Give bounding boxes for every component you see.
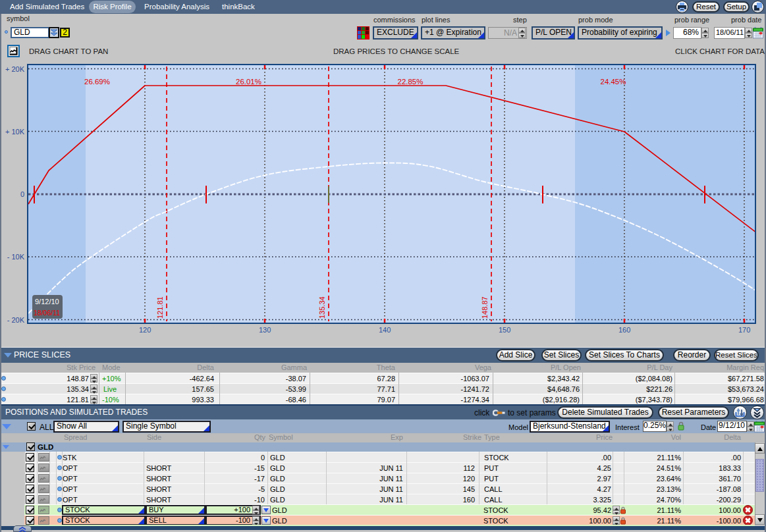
svg-text:135.34: 135.34: [318, 296, 326, 319]
svg-text:24.45%: 24.45%: [600, 78, 626, 86]
svg-text:22.85%: 22.85%: [397, 78, 423, 86]
svg-text:18/06/11: 18/06/11: [34, 309, 60, 317]
svg-text:121.81: 121.81: [156, 296, 164, 319]
svg-text:26.69%: 26.69%: [84, 78, 110, 86]
svg-text:9/12/10: 9/12/10: [35, 298, 59, 306]
svg-text:148.87: 148.87: [481, 296, 489, 319]
svg-text:26.01%: 26.01%: [236, 78, 261, 86]
